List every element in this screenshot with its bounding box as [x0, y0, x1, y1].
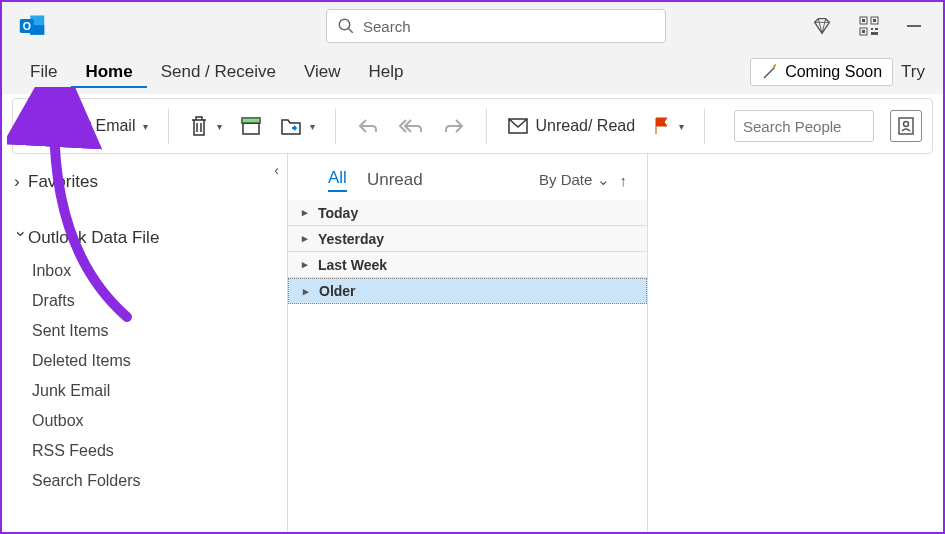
- reading-pane: [648, 154, 943, 532]
- menubar: File Home Send / Receive View Help Comin…: [2, 50, 943, 94]
- group-last-week[interactable]: ▸Last Week: [288, 252, 647, 278]
- reply-all-button[interactable]: [392, 112, 430, 140]
- envelope-icon: [507, 117, 529, 135]
- message-list: All Unread By Date ⌄ ↑ ▸Today ▸Yesterday…: [288, 154, 648, 532]
- svg-rect-11: [862, 30, 865, 33]
- folder-sent[interactable]: Sent Items: [2, 316, 287, 346]
- reply-button[interactable]: [350, 112, 386, 140]
- titlebar-controls: [811, 15, 933, 37]
- coming-soon-toggle[interactable]: Coming Soon: [750, 58, 893, 86]
- favorites-node[interactable]: › Favorites: [2, 164, 287, 200]
- premium-diamond-icon[interactable]: [811, 15, 833, 37]
- svg-rect-14: [871, 32, 878, 35]
- archive-button[interactable]: [234, 112, 268, 140]
- qr-code-icon[interactable]: [859, 16, 879, 36]
- wand-icon: [761, 63, 779, 81]
- chevron-down-icon: ▾: [143, 121, 148, 132]
- sort-direction-button[interactable]: ↑: [620, 172, 628, 189]
- data-file-node[interactable]: › Outlook Data File: [2, 220, 287, 256]
- folder-drafts[interactable]: Drafts: [2, 286, 287, 316]
- divider: [486, 108, 487, 144]
- menu-home[interactable]: Home: [71, 56, 146, 88]
- divider: [168, 108, 169, 144]
- message-pane: All Unread By Date ⌄ ↑ ▸Today ▸Yesterday…: [287, 154, 943, 532]
- search-people-box[interactable]: [734, 110, 874, 142]
- reply-icon: [356, 116, 380, 136]
- folder-rss[interactable]: RSS Feeds: [2, 436, 287, 466]
- tab-all[interactable]: All: [328, 168, 347, 192]
- chevron-down-icon: ⌄: [597, 171, 610, 188]
- chevron-down-icon: ›: [11, 231, 31, 245]
- trash-icon: [189, 115, 209, 137]
- group-yesterday[interactable]: ▸Yesterday: [288, 226, 647, 252]
- unread-read-button[interactable]: Unread/ Read: [501, 113, 641, 139]
- minimize-icon[interactable]: [905, 17, 923, 35]
- list-header: All Unread By Date ⌄ ↑: [288, 154, 647, 200]
- chevron-right-icon: ▸: [302, 258, 318, 271]
- global-search-box[interactable]: Search: [326, 9, 666, 43]
- menu-view[interactable]: View: [290, 56, 355, 88]
- forward-icon: [442, 116, 466, 136]
- archive-icon: [240, 116, 262, 136]
- chevron-down-icon: ▾: [310, 121, 315, 132]
- folder-search[interactable]: Search Folders: [2, 466, 287, 496]
- svg-rect-7: [862, 19, 865, 22]
- divider: [335, 108, 336, 144]
- svg-line-5: [348, 28, 353, 33]
- outlook-logo-icon: O: [18, 12, 46, 40]
- address-book-button[interactable]: [890, 110, 922, 142]
- move-folder-icon: [280, 116, 302, 136]
- menu-send-receive[interactable]: Send / Receive: [147, 56, 290, 88]
- group-older[interactable]: ▸Older: [288, 278, 647, 304]
- svg-rect-13: [875, 28, 878, 30]
- svg-text:O: O: [23, 20, 31, 32]
- menu-file[interactable]: File: [16, 56, 71, 88]
- folder-junk[interactable]: Junk Email: [2, 376, 287, 406]
- ribbon: New Email ▾ ▾ ▾ Unread/ Read ▾: [12, 98, 933, 154]
- collapse-pane-button[interactable]: ‹: [274, 162, 279, 178]
- svg-rect-19: [243, 123, 259, 134]
- menu-help[interactable]: Help: [354, 56, 417, 88]
- svg-point-4: [339, 19, 350, 30]
- folder-inbox[interactable]: Inbox: [2, 256, 287, 286]
- flag-button[interactable]: ▾: [647, 112, 690, 140]
- chevron-down-icon: ▾: [679, 121, 684, 132]
- chevron-right-icon: ›: [14, 172, 28, 192]
- chevron-down-icon: ▾: [217, 121, 222, 132]
- content: ‹ › Favorites › Outlook Data File Inbox …: [2, 154, 943, 532]
- new-email-button[interactable]: New Email ▾: [23, 112, 154, 140]
- svg-rect-9: [873, 19, 876, 22]
- folder-pane: ‹ › Favorites › Outlook Data File Inbox …: [2, 154, 287, 532]
- svg-rect-12: [871, 28, 873, 30]
- flag-icon: [653, 116, 671, 136]
- divider: [704, 108, 705, 144]
- forward-button[interactable]: [436, 112, 472, 140]
- delete-button[interactable]: ▾: [183, 111, 228, 141]
- search-people-input[interactable]: [734, 110, 874, 142]
- sort-by-button[interactable]: By Date ⌄: [539, 171, 610, 189]
- new-email-icon: [29, 116, 53, 136]
- titlebar: O Search: [2, 2, 943, 50]
- svg-rect-20: [242, 118, 260, 123]
- folder-deleted[interactable]: Deleted Items: [2, 346, 287, 376]
- search-icon: [337, 17, 355, 35]
- move-button[interactable]: ▾: [274, 112, 321, 140]
- try-button[interactable]: Try: [893, 58, 929, 86]
- tab-unread[interactable]: Unread: [367, 170, 423, 190]
- group-today[interactable]: ▸Today: [288, 200, 647, 226]
- svg-point-23: [904, 122, 909, 127]
- chevron-right-icon: ▸: [303, 285, 319, 298]
- reply-all-icon: [398, 116, 424, 136]
- address-book-icon: [896, 116, 916, 136]
- folder-outbox[interactable]: Outbox: [2, 406, 287, 436]
- search-placeholder: Search: [363, 18, 411, 35]
- chevron-right-icon: ▸: [302, 232, 318, 245]
- chevron-right-icon: ▸: [302, 206, 318, 219]
